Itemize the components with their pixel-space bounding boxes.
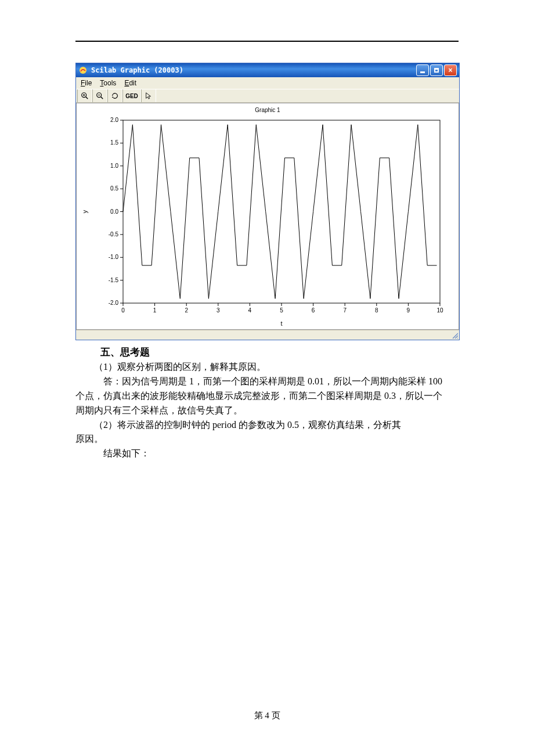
canvas-area: Graphic 1 -2.0-1.5-1.0-0.50.00.51.01.52.… bbox=[76, 103, 459, 330]
menu-tools[interactable]: Tools bbox=[100, 79, 116, 87]
result-label: 结果如下： bbox=[75, 447, 459, 461]
svg-text:0: 0 bbox=[121, 307, 125, 314]
zoom-out-button[interactable] bbox=[92, 89, 107, 102]
svg-text:-0.5: -0.5 bbox=[109, 231, 119, 237]
minimize-button[interactable] bbox=[416, 64, 429, 76]
svg-line-6 bbox=[101, 97, 103, 99]
window-titlebar[interactable]: Scilab Graphic (20003) × bbox=[76, 63, 459, 77]
pointer-button[interactable] bbox=[141, 89, 156, 102]
svg-text:1.0: 1.0 bbox=[110, 163, 118, 169]
svg-text:2.0: 2.0 bbox=[110, 117, 118, 123]
window-controls: × bbox=[416, 64, 457, 76]
window-title: Scilab Graphic (20003) bbox=[91, 66, 416, 74]
resize-grip-icon[interactable] bbox=[451, 332, 458, 339]
answer-1-line3: 周期内只有三个采样点，故信号失真了。 bbox=[75, 404, 459, 418]
svg-text:4: 4 bbox=[248, 307, 252, 314]
svg-text:y: y bbox=[81, 210, 88, 213]
svg-point-0 bbox=[80, 67, 86, 74]
svg-marker-8 bbox=[112, 96, 114, 98]
svg-line-55 bbox=[457, 338, 458, 339]
svg-text:1: 1 bbox=[153, 307, 157, 314]
svg-text:0.0: 0.0 bbox=[110, 208, 118, 215]
toolbar: GED bbox=[76, 89, 459, 103]
svg-text:10: 10 bbox=[436, 307, 443, 314]
line-chart: -2.0-1.5-1.0-0.50.00.51.01.52.0012345678… bbox=[77, 114, 457, 329]
ged-button[interactable]: GED bbox=[122, 89, 141, 102]
question-2-line2: 原因。 bbox=[75, 432, 459, 447]
menu-edit[interactable]: Edit bbox=[124, 79, 136, 87]
svg-line-2 bbox=[86, 97, 88, 99]
svg-text:6: 6 bbox=[312, 307, 315, 314]
svg-text:3: 3 bbox=[217, 307, 220, 314]
svg-text:t: t bbox=[280, 320, 282, 327]
question-2-line1: （2）将示波器的控制时钟的 period 的参数改为 0.5，观察仿真结果，分析… bbox=[75, 418, 459, 433]
horizontal-rule bbox=[75, 41, 459, 42]
svg-text:-1.0: -1.0 bbox=[109, 254, 119, 260]
document-body: 五、思考题 （1）观察分析两图的区别，解释其原因。 答：因为信号周期是 1，而第… bbox=[75, 345, 459, 461]
svg-text:7: 7 bbox=[343, 307, 347, 314]
svg-text:9: 9 bbox=[407, 307, 410, 314]
answer-1-line2: 个点，仿真出来的波形能较精确地显示成完整波形，而第二个图采样周期是 0.3，所以… bbox=[75, 389, 459, 404]
svg-text:0.5: 0.5 bbox=[110, 185, 118, 192]
section-heading: 五、思考题 bbox=[75, 345, 459, 360]
graphic-title: Graphic 1 bbox=[77, 103, 459, 114]
close-button[interactable]: × bbox=[444, 64, 457, 76]
maximize-button[interactable] bbox=[430, 64, 443, 76]
question-1: （1）观察分析两图的区别，解释其原因。 bbox=[75, 360, 459, 375]
svg-marker-9 bbox=[146, 93, 151, 99]
scilab-graphic-window: Scilab Graphic (20003) × File Tools Edit… bbox=[75, 63, 460, 340]
menu-file[interactable]: File bbox=[81, 79, 92, 87]
svg-text:2: 2 bbox=[185, 307, 188, 314]
menu-bar: File Tools Edit bbox=[76, 77, 459, 89]
page-number: 第 4 页 bbox=[0, 710, 534, 721]
svg-text:1.5: 1.5 bbox=[110, 139, 118, 146]
svg-text:8: 8 bbox=[375, 307, 378, 314]
rotate-button[interactable] bbox=[107, 89, 122, 102]
svg-text:-1.5: -1.5 bbox=[109, 277, 119, 283]
svg-text:-2.0: -2.0 bbox=[109, 300, 119, 306]
answer-1-line1: 答：因为信号周期是 1，而第一个图的采样周期是 0.01，所以一个周期内能采样 … bbox=[75, 375, 459, 389]
app-icon bbox=[78, 66, 88, 75]
status-bar bbox=[76, 330, 459, 340]
svg-text:5: 5 bbox=[280, 307, 283, 314]
zoom-in-button[interactable] bbox=[77, 89, 92, 102]
